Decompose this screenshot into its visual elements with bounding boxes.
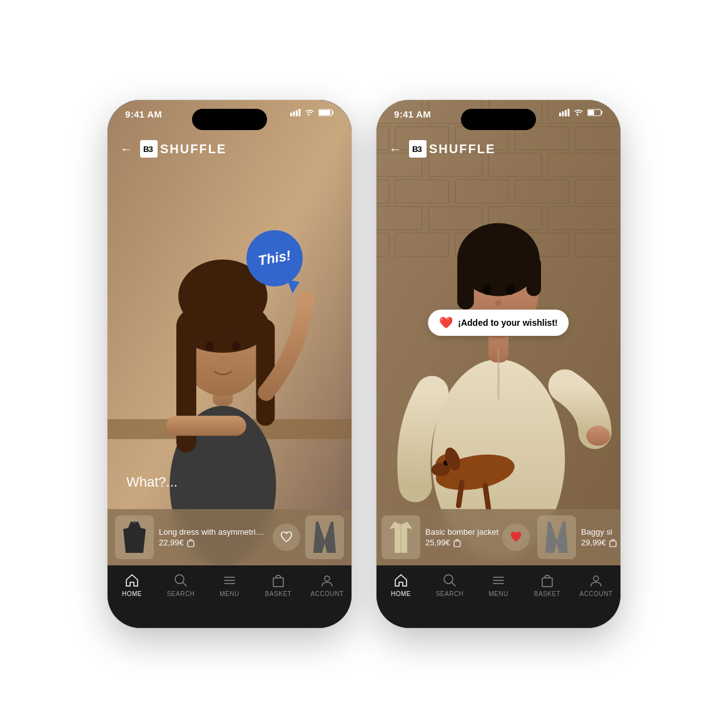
battery-icon-2 [587, 109, 603, 116]
svg-point-16 [206, 341, 214, 351]
svg-point-78 [495, 300, 502, 306]
product-info-1: Long dress with asymmetric ne... 22,99€ [159, 527, 268, 547]
basket-icon-1 [271, 573, 286, 588]
svg-line-22 [183, 582, 186, 586]
bg-photo-2: ❤️ ¡Added to your wishlist! [377, 100, 620, 565]
bag-icon-2a [453, 538, 462, 547]
svg-rect-31 [568, 109, 570, 116]
woman-illustration [108, 100, 351, 565]
heart-emoji: ❤️ [439, 316, 453, 330]
product-thumb-right-1 [305, 515, 344, 559]
account-icon-1 [320, 573, 335, 588]
search-svg-2 [443, 574, 457, 587]
svg-point-18 [220, 356, 226, 362]
nav-search-2[interactable]: SEARCH [425, 573, 474, 597]
pants-icon-2 [545, 522, 568, 553]
nav-label-search-2: SEARCH [436, 590, 464, 597]
nav-basket-1[interactable]: BASKET [254, 573, 303, 597]
signal-icon-1 [290, 109, 301, 116]
svg-line-84 [452, 582, 455, 586]
nav-label-basket-2: BASKET [534, 590, 560, 597]
nav-label-search-1: SEARCH [167, 590, 195, 597]
svg-rect-26 [273, 578, 283, 587]
nav-basket-2[interactable]: BASKET [523, 573, 572, 597]
search-svg-1 [174, 574, 188, 587]
bottom-nav-1: HOME SEARCH [108, 565, 351, 628]
svg-rect-75 [527, 256, 541, 296]
dynamic-island-1 [192, 109, 267, 130]
nav-home-1[interactable]: HOME [108, 573, 156, 597]
product-name-2a: Basic bomber jacket [425, 527, 498, 537]
product-segment-2: Baggy sl 29,99€ [537, 515, 617, 559]
svg-rect-30 [565, 110, 567, 116]
nav-home-2[interactable]: HOME [377, 573, 425, 597]
nav-label-account-2: ACCOUNT [580, 590, 613, 597]
home-svg-1 [125, 574, 139, 587]
heart-button-1[interactable] [273, 523, 300, 551]
bag-icon-2b [609, 538, 617, 547]
phone2-bg: ❤️ ¡Added to your wishlist! [377, 100, 620, 565]
back-button-1[interactable]: ← [120, 142, 133, 156]
basket-svg-2 [540, 574, 554, 587]
nav-account-2[interactable]: ACCOUNT [572, 573, 620, 597]
svg-rect-2 [296, 110, 298, 116]
wifi-icon-2 [574, 109, 584, 116]
signal-icon-2 [559, 109, 570, 116]
search-icon-2 [442, 573, 457, 588]
nav-menu-2[interactable]: MENU [474, 573, 523, 597]
product-segment-1: Basic bomber jacket 25,99€ [382, 515, 498, 559]
svg-point-77 [506, 284, 515, 295]
bg-photo-1: This! What?... [108, 100, 351, 565]
wifi-icon-1 [305, 109, 315, 116]
product-name-1: Long dress with asymmetric ne... [159, 527, 268, 537]
svg-rect-20 [188, 541, 194, 547]
search-icon-1 [173, 573, 188, 588]
pants-icon-1 [313, 522, 336, 553]
account-icon-2 [589, 573, 604, 588]
product-info-2a: Basic bomber jacket 25,99€ [425, 527, 498, 547]
heart-button-2[interactable] [502, 523, 530, 551]
nav-menu-1[interactable]: MENU [205, 573, 254, 597]
svg-rect-88 [542, 578, 552, 587]
nav-search-1[interactable]: SEARCH [156, 573, 205, 597]
product-thumb-2b [537, 515, 576, 559]
this-text: This! [257, 248, 292, 270]
basket-svg-1 [271, 574, 285, 587]
svg-line-66 [458, 482, 462, 505]
phone-2-screen: 9:41 AM [377, 100, 620, 628]
nav-account-1[interactable]: ACCOUNT [303, 573, 351, 597]
product-thumb-1 [115, 515, 154, 559]
svg-rect-19 [166, 416, 246, 436]
bag-icon-1 [186, 538, 195, 547]
home-icon-2 [393, 573, 408, 588]
svg-rect-81 [454, 541, 460, 547]
nav-label-menu-2: MENU [488, 590, 508, 597]
back-button-2[interactable]: ← [389, 142, 402, 156]
account-svg-2 [589, 574, 603, 587]
menu-icon-2 [491, 573, 506, 588]
svg-point-76 [482, 284, 492, 295]
svg-rect-82 [610, 541, 616, 547]
product-info-2b: Baggy sl 29,99€ [581, 527, 617, 547]
logo-text-1: SHUFFLE [160, 142, 226, 156]
overlay-text-1: What?... [126, 474, 178, 490]
svg-point-79 [586, 426, 610, 446]
svg-rect-5 [319, 110, 330, 115]
status-time-2: 9:41 AM [394, 109, 431, 119]
svg-rect-33 [588, 110, 594, 115]
app-logo-1: B3 SHUFFLE [140, 140, 226, 158]
product-price-1: 22,99€ [159, 538, 268, 547]
product-bar-1: Long dress with asymmetric ne... 22,99€ [108, 509, 351, 565]
app-logo-2: B3 SHUFFLE [409, 140, 495, 158]
app-header-1: ← B3 SHUFFLE [108, 134, 351, 164]
bottom-nav-2: HOME SEARCH [377, 565, 620, 628]
home-icon-1 [124, 573, 139, 588]
nav-label-basket-1: BASKET [265, 590, 291, 597]
phone-2: 9:41 AM [377, 100, 620, 628]
menu-svg-1 [223, 574, 236, 587]
svg-point-89 [594, 576, 599, 581]
nav-label-home-2: HOME [391, 590, 411, 597]
battery-icon-1 [318, 109, 334, 116]
phone-1: 9:41 AM [108, 100, 351, 628]
b3-logo-icon-2: B3 [412, 143, 424, 155]
